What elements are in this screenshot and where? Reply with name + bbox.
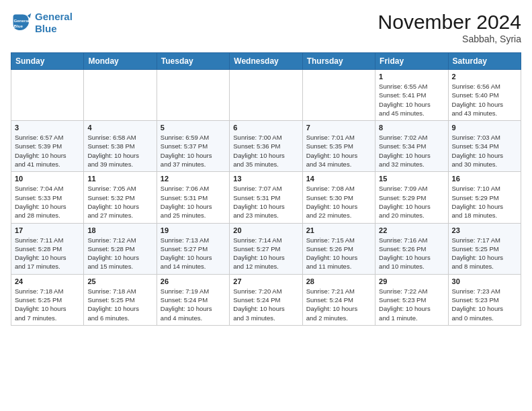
calendar-week-row: 17Sunrise: 7:11 AM Sunset: 5:28 PM Dayli… <box>11 223 521 274</box>
weekday-label: Wednesday <box>230 53 302 70</box>
calendar-cell: 20Sunrise: 7:14 AM Sunset: 5:27 PM Dayli… <box>230 223 302 274</box>
calendar-cell: 9Sunrise: 7:03 AM Sunset: 5:34 PM Daylig… <box>448 121 521 172</box>
calendar-cell: 15Sunrise: 7:09 AM Sunset: 5:29 PM Dayli… <box>375 172 448 223</box>
day-number: 4 <box>87 124 152 132</box>
day-number: 11 <box>87 175 152 183</box>
day-number: 22 <box>379 226 444 234</box>
day-number: 20 <box>233 226 298 234</box>
day-number: 25 <box>87 277 152 285</box>
calendar-week-row: 3Sunrise: 6:57 AM Sunset: 5:39 PM Daylig… <box>11 121 521 172</box>
page-header: General Blue General Blue November 2024 … <box>11 11 521 44</box>
day-number: 18 <box>87 226 152 234</box>
day-info: Sunrise: 7:15 AM Sunset: 5:26 PM Dayligh… <box>306 236 371 271</box>
calendar-cell: 21Sunrise: 7:15 AM Sunset: 5:26 PM Dayli… <box>302 223 375 274</box>
day-info: Sunrise: 7:06 AM Sunset: 5:31 PM Dayligh… <box>161 184 226 220</box>
calendar-week-row: 10Sunrise: 7:04 AM Sunset: 5:33 PM Dayli… <box>11 172 521 223</box>
calendar-cell: 3Sunrise: 6:57 AM Sunset: 5:39 PM Daylig… <box>11 121 84 172</box>
day-info: Sunrise: 7:20 AM Sunset: 5:24 PM Dayligh… <box>233 287 298 322</box>
day-number: 17 <box>15 226 80 234</box>
title-block: November 2024 Sabbah, Syria <box>378 11 521 44</box>
day-info: Sunrise: 7:22 AM Sunset: 5:23 PM Dayligh… <box>379 287 444 322</box>
calendar-cell: 22Sunrise: 7:16 AM Sunset: 5:26 PM Dayli… <box>375 223 448 274</box>
day-number: 7 <box>306 124 371 132</box>
calendar-cell: 10Sunrise: 7:04 AM Sunset: 5:33 PM Dayli… <box>11 172 84 223</box>
month-title: November 2024 <box>378 11 521 34</box>
day-number: 5 <box>161 124 226 132</box>
day-info: Sunrise: 7:12 AM Sunset: 5:28 PM Dayligh… <box>87 236 152 271</box>
calendar-cell: 29Sunrise: 7:22 AM Sunset: 5:23 PM Dayli… <box>375 274 448 325</box>
day-number: 6 <box>233 124 298 132</box>
calendar-cell <box>11 70 84 121</box>
day-info: Sunrise: 7:13 AM Sunset: 5:27 PM Dayligh… <box>161 236 226 271</box>
calendar-cell: 17Sunrise: 7:11 AM Sunset: 5:28 PM Dayli… <box>11 223 84 274</box>
day-number: 10 <box>15 175 80 183</box>
day-info: Sunrise: 7:21 AM Sunset: 5:24 PM Dayligh… <box>306 287 371 322</box>
calendar-cell <box>230 70 302 121</box>
day-info: Sunrise: 6:59 AM Sunset: 5:37 PM Dayligh… <box>161 133 226 169</box>
day-number: 24 <box>15 277 80 285</box>
weekday-label: Tuesday <box>157 53 229 70</box>
calendar-cell: 23Sunrise: 7:17 AM Sunset: 5:25 PM Dayli… <box>448 223 521 274</box>
day-info: Sunrise: 7:01 AM Sunset: 5:35 PM Dayligh… <box>306 133 371 169</box>
weekday-label: Friday <box>375 53 448 70</box>
day-info: Sunrise: 6:58 AM Sunset: 5:38 PM Dayligh… <box>87 133 152 169</box>
day-number: 27 <box>233 277 298 285</box>
day-info: Sunrise: 7:05 AM Sunset: 5:32 PM Dayligh… <box>87 184 152 220</box>
calendar-cell: 1Sunrise: 6:55 AM Sunset: 5:41 PM Daylig… <box>375 70 448 121</box>
day-info: Sunrise: 6:55 AM Sunset: 5:41 PM Dayligh… <box>379 82 444 118</box>
day-number: 1 <box>379 73 444 81</box>
day-info: Sunrise: 7:18 AM Sunset: 5:25 PM Dayligh… <box>87 287 152 322</box>
day-info: Sunrise: 7:08 AM Sunset: 5:30 PM Dayligh… <box>306 184 371 220</box>
day-number: 21 <box>306 226 371 234</box>
day-number: 13 <box>233 175 298 183</box>
day-number: 8 <box>379 124 444 132</box>
day-info: Sunrise: 7:23 AM Sunset: 5:23 PM Dayligh… <box>452 287 517 322</box>
weekday-label: Monday <box>84 53 157 70</box>
day-info: Sunrise: 7:18 AM Sunset: 5:25 PM Dayligh… <box>15 287 80 322</box>
day-info: Sunrise: 7:11 AM Sunset: 5:28 PM Dayligh… <box>15 236 80 271</box>
calendar-cell: 27Sunrise: 7:20 AM Sunset: 5:24 PM Dayli… <box>230 274 302 325</box>
day-number: 29 <box>379 277 444 285</box>
calendar-cell: 24Sunrise: 7:18 AM Sunset: 5:25 PM Dayli… <box>11 274 84 325</box>
svg-text:General: General <box>13 18 29 23</box>
calendar-cell: 14Sunrise: 7:08 AM Sunset: 5:30 PM Dayli… <box>302 172 375 223</box>
day-number: 26 <box>161 277 226 285</box>
day-number: 28 <box>306 277 371 285</box>
day-info: Sunrise: 6:57 AM Sunset: 5:39 PM Dayligh… <box>15 133 80 169</box>
weekday-label: Saturday <box>448 53 521 70</box>
calendar-cell: 7Sunrise: 7:01 AM Sunset: 5:35 PM Daylig… <box>302 121 375 172</box>
calendar-cell: 12Sunrise: 7:06 AM Sunset: 5:31 PM Dayli… <box>157 172 229 223</box>
calendar-body: 1Sunrise: 6:55 AM Sunset: 5:41 PM Daylig… <box>11 70 521 326</box>
svg-text:Blue: Blue <box>13 24 23 28</box>
day-number: 14 <box>306 175 371 183</box>
calendar-cell: 30Sunrise: 7:23 AM Sunset: 5:23 PM Dayli… <box>448 274 521 325</box>
day-info: Sunrise: 7:16 AM Sunset: 5:26 PM Dayligh… <box>379 236 444 271</box>
calendar-cell: 11Sunrise: 7:05 AM Sunset: 5:32 PM Dayli… <box>84 172 157 223</box>
day-number: 2 <box>452 73 517 81</box>
day-number: 30 <box>452 277 517 285</box>
calendar-cell <box>157 70 229 121</box>
day-info: Sunrise: 7:00 AM Sunset: 5:36 PM Dayligh… <box>233 133 298 169</box>
day-info: Sunrise: 7:03 AM Sunset: 5:34 PM Dayligh… <box>452 133 517 169</box>
day-info: Sunrise: 7:19 AM Sunset: 5:24 PM Dayligh… <box>161 287 226 322</box>
calendar-cell: 26Sunrise: 7:19 AM Sunset: 5:24 PM Dayli… <box>157 274 229 325</box>
weekday-label: Sunday <box>11 53 84 70</box>
logo-text: General Blue <box>35 11 73 35</box>
day-info: Sunrise: 7:02 AM Sunset: 5:34 PM Dayligh… <box>379 133 444 169</box>
day-info: Sunrise: 7:14 AM Sunset: 5:27 PM Dayligh… <box>233 236 298 271</box>
calendar-cell: 4Sunrise: 6:58 AM Sunset: 5:38 PM Daylig… <box>84 121 157 172</box>
calendar-cell: 19Sunrise: 7:13 AM Sunset: 5:27 PM Dayli… <box>157 223 229 274</box>
logo: General Blue General Blue <box>11 11 73 35</box>
day-info: Sunrise: 7:07 AM Sunset: 5:31 PM Dayligh… <box>233 184 298 220</box>
calendar-cell: 6Sunrise: 7:00 AM Sunset: 5:36 PM Daylig… <box>230 121 302 172</box>
calendar-cell: 25Sunrise: 7:18 AM Sunset: 5:25 PM Dayli… <box>84 274 157 325</box>
day-number: 19 <box>161 226 226 234</box>
calendar-week-row: 1Sunrise: 6:55 AM Sunset: 5:41 PM Daylig… <box>11 70 521 121</box>
calendar-cell <box>84 70 157 121</box>
calendar-cell: 16Sunrise: 7:10 AM Sunset: 5:29 PM Dayli… <box>448 172 521 223</box>
day-number: 12 <box>161 175 226 183</box>
day-info: Sunrise: 7:10 AM Sunset: 5:29 PM Dayligh… <box>452 184 517 220</box>
calendar-cell: 8Sunrise: 7:02 AM Sunset: 5:34 PM Daylig… <box>375 121 448 172</box>
day-info: Sunrise: 6:56 AM Sunset: 5:40 PM Dayligh… <box>452 82 517 118</box>
calendar-cell: 28Sunrise: 7:21 AM Sunset: 5:24 PM Dayli… <box>302 274 375 325</box>
